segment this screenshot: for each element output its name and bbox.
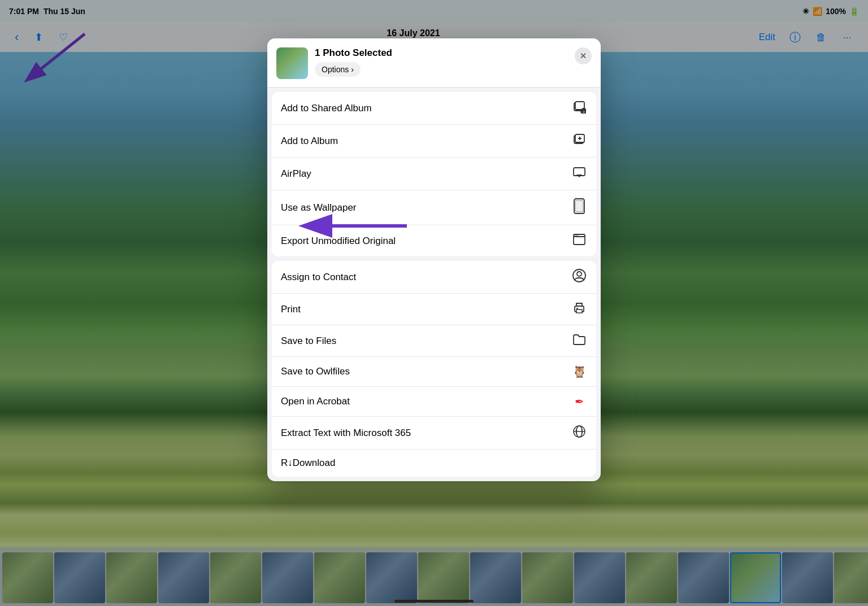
menu-item-label: Export Unmodified Original: [281, 236, 396, 247]
menu-item-label: Assign to Contact: [281, 272, 356, 283]
svg-point-14: [575, 235, 576, 236]
svg-rect-10: [574, 168, 585, 176]
add-album-icon: [571, 133, 587, 149]
svg-rect-20: [576, 309, 582, 313]
menu-item-label: Add to Shared Album: [281, 103, 372, 114]
menu-item-label: Save to Files: [281, 335, 336, 347]
menu-item-assign-contact[interactable]: Assign to Contact: [272, 261, 596, 294]
airplay-icon: [571, 165, 587, 182]
close-button[interactable]: ✕: [575, 47, 592, 64]
microsoft-icon: [571, 425, 587, 441]
save-files-icon: [571, 333, 587, 348]
options-button[interactable]: Options ›: [315, 62, 361, 77]
share-sheet: 1 Photo Selected Options › ✕ Add to Shar…: [267, 38, 601, 481]
sheet-header: 1 Photo Selected Options › ✕: [267, 38, 601, 88]
shared-album-icon: +: [571, 100, 587, 116]
menu-item-label: Add to Album: [281, 136, 338, 147]
menu-item-add-shared-album[interactable]: Add to Shared Album +: [272, 92, 596, 125]
menu-item-extract-text[interactable]: Extract Text with Microsoft 365: [272, 417, 596, 450]
svg-point-15: [576, 235, 577, 236]
svg-rect-13: [575, 200, 583, 212]
print-icon: [571, 302, 587, 317]
acrobat-icon: ✒: [571, 395, 587, 408]
menu-item-add-album[interactable]: Add to Album: [272, 125, 596, 158]
menu-item-export-original[interactable]: Export Unmodified Original: [272, 225, 596, 256]
menu-item-label: Print: [281, 304, 301, 315]
options-label: Options: [322, 65, 349, 74]
svg-text:+: +: [583, 110, 585, 114]
photo-count-label: 1 Photo Selected: [315, 47, 568, 59]
menu-item-wallpaper[interactable]: Use as Wallpaper: [272, 190, 596, 225]
svg-point-17: [577, 272, 581, 276]
menu-item-print[interactable]: Print: [272, 294, 596, 325]
contact-icon: [571, 269, 587, 285]
export-icon: [571, 233, 587, 248]
photo-thumbnail: [276, 47, 308, 79]
options-chevron: ›: [351, 65, 354, 74]
wallpaper-icon: [571, 198, 587, 217]
menu-item-label: R↓Download: [281, 457, 335, 469]
svg-point-16: [578, 235, 579, 236]
owlfiles-icon: 🦉: [571, 365, 587, 378]
menu-item-label: Use as Wallpaper: [281, 202, 357, 213]
menu-item-label: AirPlay: [281, 168, 311, 180]
menu-item-save-owlfiles[interactable]: Save to Owlfiles 🦉: [272, 357, 596, 387]
menu-item-label: Extract Text with Microsoft 365: [281, 428, 411, 439]
menu-item-download[interactable]: R↓Download: [272, 450, 596, 477]
menu-section-2: Assign to Contact Print Sav: [272, 261, 596, 477]
menu-item-label: Save to Owlfiles: [281, 366, 350, 377]
menu-item-open-acrobat[interactable]: Open in Acrobat ✒: [272, 387, 596, 417]
menu-item-label: Open in Acrobat: [281, 396, 350, 407]
menu-section-1: Add to Shared Album + Add to Album: [272, 92, 596, 256]
menu-item-save-files[interactable]: Save to Files: [272, 325, 596, 357]
close-icon: ✕: [580, 51, 587, 60]
menu-item-airplay[interactable]: AirPlay: [272, 158, 596, 190]
